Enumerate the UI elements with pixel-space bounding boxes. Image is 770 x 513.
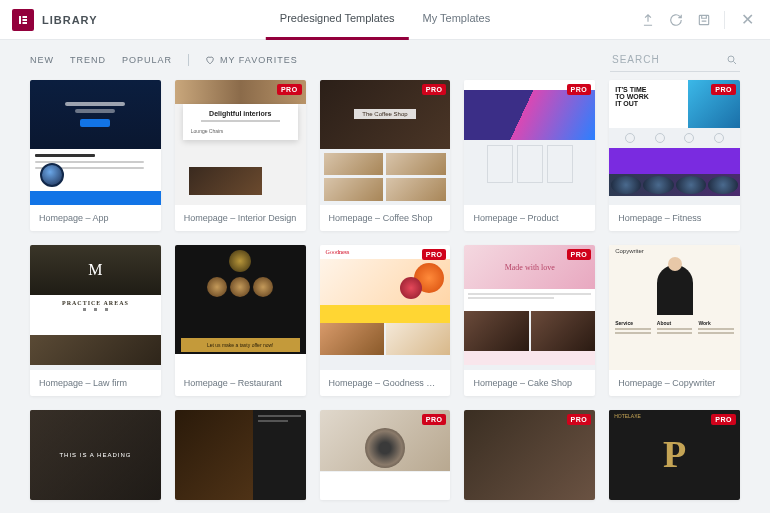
template-thumbnail: PRO Delightful interiorsLounge Chairs — [175, 80, 306, 205]
template-card[interactable]: PRO Goodness Homepage – Goodness meal se… — [320, 245, 451, 396]
template-card[interactable]: PROHOTELAXEP — [609, 410, 740, 500]
template-card[interactable]: PRO — [464, 410, 595, 500]
pro-badge: PRO — [422, 84, 447, 95]
elementor-logo-icon — [12, 9, 34, 31]
pro-badge: PRO — [711, 414, 736, 425]
header-tabs: Predesigned Templates My Templates — [266, 0, 504, 40]
svg-rect-2 — [23, 19, 28, 21]
filter-trend[interactable]: TREND — [70, 55, 106, 65]
template-thumbnail — [175, 410, 306, 500]
pro-badge: PRO — [422, 414, 447, 425]
heart-icon — [205, 55, 215, 65]
close-icon[interactable]: ✕ — [737, 10, 758, 29]
sync-icon[interactable] — [668, 12, 684, 28]
template-card[interactable]: Let us make a tasty offer now! Homepage … — [175, 245, 306, 396]
template-thumbnail: PROHOTELAXEP — [609, 410, 740, 500]
template-card[interactable]: PRO Homepage – Product — [464, 80, 595, 231]
template-card[interactable]: PRO Delightful interiorsLounge Chairs Ho… — [175, 80, 306, 231]
template-card[interactable]: Homepage – App — [30, 80, 161, 231]
header-actions: ✕ — [640, 10, 758, 29]
template-title: Homepage – Copywriter — [609, 370, 740, 396]
pro-badge: PRO — [567, 249, 592, 260]
pro-badge: PRO — [711, 84, 736, 95]
template-thumbnail: PRO — [464, 80, 595, 205]
filter-popular[interactable]: POPULAR — [122, 55, 172, 65]
template-thumbnail: PRO Made with love — [464, 245, 595, 370]
template-thumbnail — [30, 80, 161, 205]
template-grid: Homepage – App PRO Delightful interiorsL… — [0, 80, 770, 513]
template-title: Homepage – Fitness — [609, 205, 740, 231]
template-thumbnail: M PRACTICE AREAS — [30, 245, 161, 370]
template-title: Homepage – Cake Shop — [464, 370, 595, 396]
pro-badge: PRO — [277, 84, 302, 95]
save-icon[interactable] — [696, 12, 712, 28]
template-card[interactable]: PRO Made with love Homepage – Cake Shop — [464, 245, 595, 396]
template-thumbnail: THIS IS A HEADING — [30, 410, 161, 500]
template-card[interactable] — [175, 410, 306, 500]
tab-predesigned-templates[interactable]: Predesigned Templates — [266, 0, 409, 40]
template-card[interactable]: M PRACTICE AREAS Homepage – Law firm — [30, 245, 161, 396]
filter-toolbar: NEW TREND POPULAR MY FAVORITES — [0, 40, 770, 80]
template-thumbnail: PRO Goodness — [320, 245, 451, 370]
pro-badge: PRO — [567, 414, 592, 425]
template-thumbnail: PRO — [464, 410, 595, 500]
template-thumbnail: Let us make a tasty offer now! — [175, 245, 306, 370]
template-thumbnail: Copywriter ServiceAboutWork — [609, 245, 740, 370]
template-title: Homepage – Interior Design — [175, 205, 306, 231]
template-card[interactable]: PRO The Coffee Shop Homepage – Coffee Sh… — [320, 80, 451, 231]
template-thumbnail: PRO — [320, 410, 451, 500]
filter-favorites[interactable]: MY FAVORITES — [205, 55, 298, 65]
favorites-label: MY FAVORITES — [220, 55, 298, 65]
search-input[interactable] — [610, 48, 740, 72]
template-title: Homepage – Law firm — [30, 370, 161, 396]
svg-rect-3 — [23, 22, 28, 24]
template-card[interactable]: Copywriter ServiceAboutWork Homepage – C… — [609, 245, 740, 396]
toolbar-divider — [188, 54, 189, 66]
search-wrap — [610, 48, 740, 72]
filter-new[interactable]: NEW — [30, 55, 54, 65]
template-thumbnail: PRO IT'S TIMETO WORKIT OUT — [609, 80, 740, 205]
template-title: Homepage – App — [30, 205, 161, 231]
svg-rect-4 — [699, 15, 708, 24]
svg-rect-1 — [23, 16, 28, 18]
pro-badge: PRO — [422, 249, 447, 260]
svg-rect-0 — [19, 16, 21, 24]
tab-my-templates[interactable]: My Templates — [409, 0, 505, 40]
template-title: Homepage – Goodness meal servi... — [320, 370, 451, 396]
template-card[interactable]: THIS IS A HEADING — [30, 410, 161, 500]
search-icon[interactable] — [726, 52, 738, 70]
template-title: Homepage – Restaurant — [175, 370, 306, 396]
library-title: LIBRARY — [42, 14, 97, 26]
upload-icon[interactable] — [640, 12, 656, 28]
template-title: Homepage – Product — [464, 205, 595, 231]
template-card[interactable]: PRO IT'S TIMETO WORKIT OUT Homepage – Fi… — [609, 80, 740, 231]
template-title: Homepage – Coffee Shop — [320, 205, 451, 231]
header-divider — [724, 11, 725, 29]
template-card[interactable]: PRO — [320, 410, 451, 500]
svg-point-5 — [728, 56, 734, 62]
header-bar: LIBRARY Predesigned Templates My Templat… — [0, 0, 770, 40]
pro-badge: PRO — [567, 84, 592, 95]
template-thumbnail: PRO The Coffee Shop — [320, 80, 451, 205]
